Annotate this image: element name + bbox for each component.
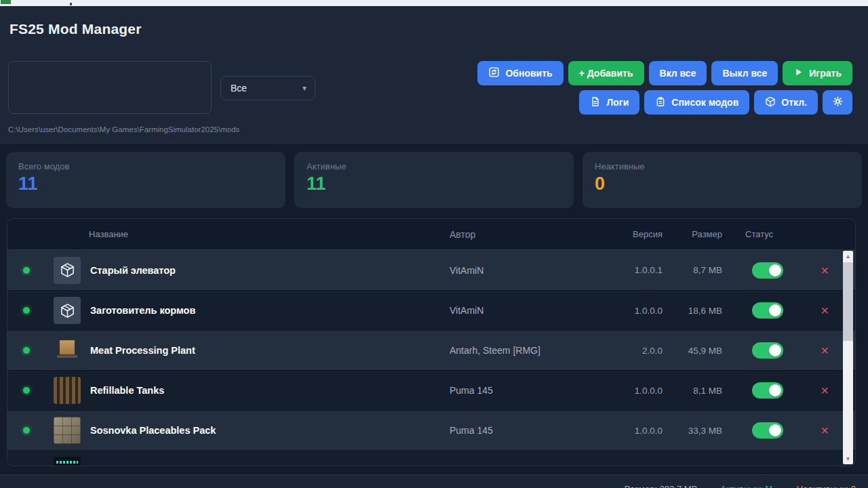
stat-value: 0 (595, 174, 862, 195)
mod-version: 2.0.0 (601, 346, 663, 356)
toolbar-row-2: Логи Список модов Откл. (579, 90, 852, 115)
mod-thumbnail (54, 337, 81, 364)
status-dot (23, 267, 30, 274)
table-body: Старый элеватор VitAmiN 1.0.0.1 8,7 MB ×… (7, 250, 855, 466)
status-bar-stats: Размер: 393,7 MB Активных: 11 Неактивных… (625, 484, 856, 488)
status-dot (23, 307, 30, 314)
mod-list-button-label: Список модов (671, 97, 738, 108)
scrollbar-thumb[interactable] (843, 262, 853, 341)
stat-label: Всего модов (18, 161, 285, 171)
mod-enabled-toggle[interactable] (752, 422, 783, 439)
mod-name: Заготовитель кормов (89, 305, 439, 316)
table-row[interactable]: Sosnovka Placeables Pack Puma 145 1.0.0.… (7, 410, 855, 450)
stat-value: 11 (307, 174, 574, 195)
stat-label: Активные (307, 161, 574, 171)
page-title: FS25 Mod Manager (9, 21, 142, 37)
mods-table: Название Автор Версия Размер Статус Стар… (7, 218, 856, 466)
mod-name: Meat Processing Plant (89, 345, 439, 356)
table-row[interactable]: Meat Processing Plant Antarh, Steem [RMG… (7, 330, 855, 370)
status-bar: Размер: 393,7 MB Активных: 11 Неактивных… (0, 474, 868, 488)
footer-active-count: Активных: 11 (720, 484, 773, 488)
table-row[interactable]: Refillable Tanks Puma 145 1.0.0.0 8,1 MB… (7, 370, 855, 410)
header-cell-author: Автор (439, 229, 601, 240)
mod-name: Sosnovka Placeables Pack (89, 425, 439, 436)
mod-enabled-toggle[interactable] (752, 262, 783, 279)
stats-cards: Всего модов 11 Активные 11 Неактивные 0 (0, 152, 868, 208)
stat-card: Всего модов 11 (6, 152, 285, 208)
delete-mod-button[interactable]: × (805, 344, 844, 357)
gear-icon (832, 96, 844, 109)
logs-button[interactable]: Логи (579, 90, 639, 115)
scrollbar-down-arrow-icon[interactable]: ▼ (843, 453, 853, 464)
delete-mod-button[interactable]: × (805, 264, 844, 277)
mod-thumbnail (54, 297, 81, 324)
toolbar: Обновить + Добавить Вкл все Выкл все Игр… (477, 61, 852, 115)
filter-dropdown[interactable]: Все ▾ (220, 76, 315, 100)
footer-total-size: Размер: 393,7 MB (625, 484, 698, 488)
header-cell-size: Размер (663, 229, 730, 239)
disable-all-button[interactable]: Выкл все (711, 61, 778, 85)
mod-version: 1.0.0.0 (601, 386, 663, 396)
logs-button-label: Логи (606, 97, 629, 108)
status-dot (23, 347, 30, 354)
mod-enabled-toggle[interactable] (752, 302, 783, 319)
table-scrollbar[interactable]: ▲ ▼ (843, 251, 853, 464)
stat-value: 11 (18, 174, 285, 195)
table-row[interactable]: Старый элеватор VitAmiN 1.0.0.1 8,7 MB × (7, 250, 855, 290)
mod-author: VitAmiN (439, 265, 601, 276)
refresh-button[interactable]: Обновить (477, 61, 563, 85)
table-row[interactable]: Заготовитель кормов VitAmiN 1.0.0.0 18,6… (7, 290, 855, 330)
footer-inactive-count: Неактивных: 0 (797, 484, 856, 488)
mod-list-button[interactable]: Список модов (644, 90, 749, 115)
play-button-label: Играть (809, 68, 842, 79)
mod-author: Puma 145 (439, 425, 601, 436)
chevron-down-icon: ▾ (302, 83, 307, 93)
mod-enabled-toggle[interactable] (752, 342, 783, 359)
app-window: FS25 Mod Manager Все ▾ C:\Users\user\Doc… (0, 0, 868, 488)
play-button[interactable]: Играть (783, 61, 852, 85)
mod-thumbnail (54, 257, 81, 284)
table-header-row: Название Автор Версия Размер Статус (7, 219, 855, 250)
disable-mode-button[interactable]: Откл. (754, 90, 818, 115)
add-mod-button-label: + Добавить (579, 68, 633, 79)
mod-toggle-cell (730, 382, 805, 399)
mod-version: 1.0.0.0 (601, 306, 663, 316)
mod-thumbnail (54, 417, 81, 444)
window-titlebar-sliver (0, 0, 868, 6)
delete-mod-button[interactable]: × (805, 304, 844, 317)
table-row-partial[interactable] (7, 450, 855, 466)
header-cell-status: Статус (730, 229, 805, 239)
mod-toggle-cell (730, 422, 805, 439)
stat-card: Активные 11 (294, 152, 574, 208)
enable-all-button-label: Вкл все (660, 68, 696, 79)
app-favicon (1, 0, 11, 4)
filter-selected-value: Все (231, 83, 247, 94)
mod-name: Старый элеватор (89, 265, 439, 276)
delete-mod-button[interactable]: × (805, 424, 844, 437)
mod-thumbnail (54, 457, 81, 466)
mod-version: 1.0.0.1 (601, 265, 663, 275)
add-mod-button[interactable]: + Добавить (568, 61, 644, 85)
mod-author: Puma 145 (439, 385, 601, 396)
header-and-controls: FS25 Mod Manager Все ▾ C:\Users\user\Doc… (0, 6, 868, 144)
mod-name: Refillable Tanks (89, 385, 439, 396)
mod-size: 33,3 MB (663, 426, 730, 436)
mod-toggle-cell (730, 262, 805, 279)
scrollbar-up-arrow-icon[interactable]: ▲ (843, 251, 853, 262)
window-title-fragment (70, 3, 72, 5)
settings-button[interactable] (823, 90, 852, 115)
mod-toggle-cell (730, 302, 805, 319)
disable-all-button-label: Выкл все (722, 68, 767, 79)
refresh-button-label: Обновить (505, 68, 552, 79)
disable-mode-button-label: Откл. (781, 97, 807, 108)
stat-card: Неактивные 0 (583, 152, 862, 208)
delete-mod-button[interactable]: × (805, 384, 844, 397)
enable-all-button[interactable]: Вкл все (649, 61, 707, 85)
header-cell-name: Название (89, 229, 439, 239)
status-dot (23, 427, 30, 434)
stat-label: Неактивные (595, 161, 862, 171)
mod-enabled-toggle[interactable] (752, 382, 783, 399)
mod-thumbnail (54, 377, 81, 404)
search-input[interactable] (8, 61, 212, 114)
mod-author: VitAmiN (439, 305, 601, 316)
